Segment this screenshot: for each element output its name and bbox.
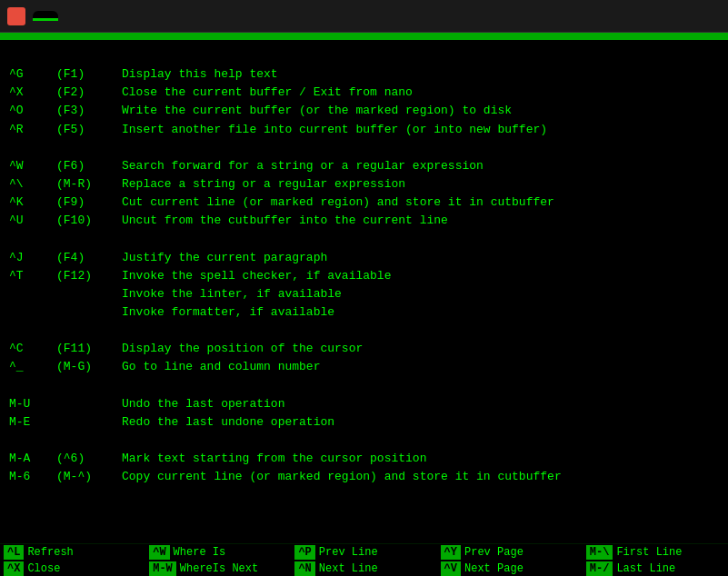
- statusbar-item[interactable]: ^WWhere Is: [145, 544, 291, 561]
- help-desc: Undo the last operation: [122, 395, 719, 413]
- help-fn: (F3): [56, 102, 122, 120]
- statusbar-key: M-W: [149, 561, 176, 576]
- help-key: [9, 285, 56, 303]
- statusbar-item[interactable]: M-/Last Line: [583, 561, 728, 576]
- help-fn: (F2): [56, 84, 122, 102]
- statusbar-item[interactable]: ^NNext Line: [291, 561, 436, 576]
- help-desc: Search forward for a string or a regular…: [122, 157, 719, 175]
- statusbar-label: Next Page: [464, 562, 524, 575]
- help-fn: (M-G): [56, 358, 122, 376]
- terminal-tab[interactable]: [33, 11, 58, 21]
- statusbar-label: WhereIs Next: [180, 562, 258, 575]
- statusbar-label: Next Line: [319, 562, 378, 575]
- help-key: ^T: [9, 267, 56, 285]
- help-fn: (F5): [56, 121, 122, 139]
- statusbar-key: ^Y: [441, 545, 461, 560]
- help-fn: [56, 285, 122, 303]
- help-fn: (M-R): [56, 175, 122, 194]
- help-desc: Cut current line (or marked region) and …: [122, 194, 719, 212]
- statusbar-key: ^N: [294, 561, 314, 576]
- help-header: [0, 33, 728, 40]
- help-key: ^G: [9, 65, 56, 84]
- help-key: ^\: [9, 175, 56, 194]
- help-desc: Insert another file into current buffer …: [122, 121, 719, 139]
- statusbar-key: ^P: [294, 545, 314, 560]
- statusbar-label: Close: [27, 562, 60, 575]
- help-key: ^U: [9, 212, 56, 230]
- help-fn: (F4): [56, 249, 122, 267]
- help-fn: [56, 395, 122, 413]
- statusbar-row1: ^LRefresh^WWhere Is^PPrev Line^YPrev Pag…: [0, 544, 728, 561]
- help-key: [9, 303, 56, 322]
- statusbar-item[interactable]: ^XClose: [0, 561, 145, 576]
- statusbar-label: Where Is: [174, 546, 226, 559]
- help-key: M-A: [9, 450, 56, 468]
- help-fn: (^6): [56, 450, 122, 468]
- help-key: ^_: [9, 358, 56, 376]
- help-fn: (F1): [56, 65, 122, 84]
- titlebar: [0, 0, 728, 33]
- help-desc: Display this help text: [122, 65, 719, 84]
- help-key: ^O: [9, 102, 56, 120]
- help-key: ^J: [9, 249, 56, 267]
- help-desc: Display the position of the cursor: [122, 340, 719, 358]
- help-key: ^C: [9, 340, 56, 358]
- help-key: ^X: [9, 84, 56, 102]
- terminal-icon: [7, 7, 25, 25]
- help-key: M-6: [9, 468, 56, 486]
- statusbar-item[interactable]: ^PPrev Line: [291, 544, 436, 561]
- statusbar-item[interactable]: ^VNext Page: [437, 561, 583, 576]
- help-fn: (M-^): [56, 468, 122, 486]
- statusbar-key: M-\: [586, 545, 613, 560]
- statusbar-key: ^L: [4, 545, 24, 560]
- help-desc: Replace a string or a regular expression: [122, 175, 719, 194]
- help-fn: [56, 303, 122, 322]
- help-desc: Invoke formatter, if available: [122, 303, 719, 322]
- help-key: ^R: [9, 121, 56, 139]
- help-desc: Invoke the linter, if available: [122, 285, 719, 303]
- help-desc: Write the current buffer (or the marked …: [122, 102, 719, 120]
- help-desc: Invoke the spell checker, if available: [122, 267, 719, 285]
- statusbar-label: Prev Line: [319, 546, 378, 559]
- help-desc: Mark text starting from the cursor posit…: [122, 450, 719, 468]
- help-fn: (F11): [56, 340, 122, 358]
- help-fn: [56, 413, 122, 432]
- statusbar-label: Prev Page: [464, 546, 524, 559]
- statusbar-key: M-/: [586, 561, 613, 576]
- help-key: ^W: [9, 157, 56, 175]
- terminal-area: ^G(F1)Display this help text^X(F2)Close …: [0, 33, 728, 543]
- help-fn: (F6): [56, 157, 122, 175]
- statusbar-row2: ^XCloseM-WWhereIs Next^NNext Line^VNext …: [0, 561, 728, 576]
- statusbar-label: First Line: [616, 546, 682, 559]
- help-desc: Close the current buffer / Exit from nan…: [122, 84, 719, 102]
- statusbar: ^LRefresh^WWhere Is^PPrev Line^YPrev Pag…: [0, 543, 728, 576]
- help-desc: Redo the last undone operation: [122, 413, 719, 432]
- help-key: M-U: [9, 395, 56, 413]
- statusbar-label: Refresh: [27, 546, 73, 559]
- help-key: ^K: [9, 194, 56, 212]
- help-content: ^G(F1)Display this help text^X(F2)Close …: [0, 40, 728, 486]
- help-fn: (F10): [56, 212, 122, 230]
- statusbar-key: ^W: [149, 545, 169, 560]
- help-desc: Uncut from the cutbuffer into the curren…: [122, 212, 719, 230]
- help-fn: (F12): [56, 267, 122, 285]
- statusbar-item[interactable]: M-\First Line: [583, 544, 728, 561]
- help-desc: Copy current line (or marked region) and…: [122, 468, 719, 486]
- help-table: ^G(F1)Display this help text^X(F2)Close …: [9, 65, 719, 486]
- help-key: M-E: [9, 413, 56, 432]
- statusbar-label: Last Line: [616, 562, 675, 575]
- help-desc: Justify the current paragraph: [122, 249, 719, 267]
- statusbar-key: ^X: [4, 561, 24, 576]
- statusbar-item[interactable]: ^YPrev Page: [437, 544, 583, 561]
- statusbar-item[interactable]: M-WWhereIs Next: [145, 561, 291, 576]
- statusbar-item[interactable]: ^LRefresh: [0, 544, 145, 561]
- statusbar-key: ^V: [441, 561, 461, 576]
- help-desc: Go to line and column number: [122, 358, 719, 376]
- help-fn: (F9): [56, 194, 122, 212]
